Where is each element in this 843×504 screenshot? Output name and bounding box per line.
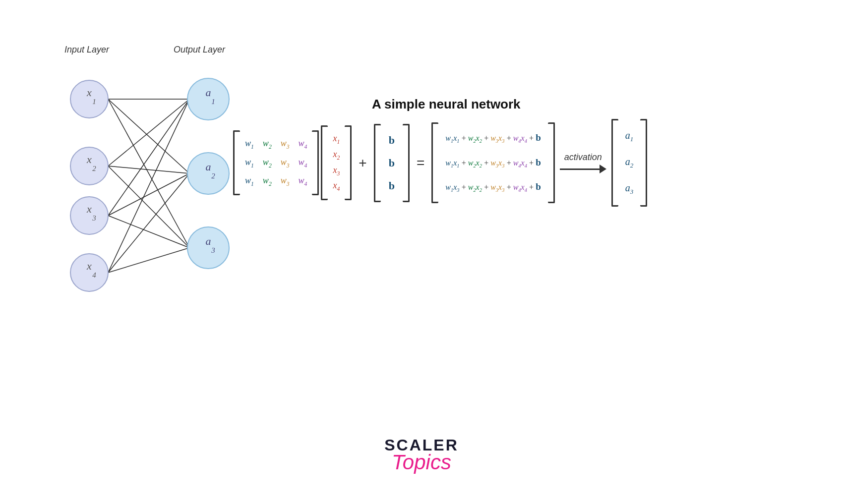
arrow-head bbox=[600, 165, 606, 173]
svg-point-30 bbox=[187, 227, 229, 269]
input-vector: x1 x2 x3 x4 bbox=[321, 125, 352, 200]
arrow-shaft bbox=[560, 168, 600, 170]
svg-text:x: x bbox=[86, 153, 92, 166]
branding: SCALER Topics bbox=[384, 436, 459, 474]
activation-label: activation bbox=[564, 152, 602, 163]
svg-line-10 bbox=[108, 173, 189, 273]
network-svg: x 1 x 2 x 3 x 4 a 1 a 2 a 3 bbox=[30, 59, 258, 322]
svg-line-8 bbox=[108, 216, 189, 248]
weight-matrix: w1 w2 w3 w4 w1 w2 w3 w4 w1 w2 w3 w4 bbox=[233, 130, 319, 195]
result-row-2: w1x1 + w2x2 + w3x3 + w4x4 + b bbox=[445, 156, 541, 170]
svg-line-9 bbox=[108, 99, 189, 273]
svg-line-7 bbox=[108, 173, 189, 216]
svg-text:a: a bbox=[206, 86, 211, 99]
svg-text:2: 2 bbox=[211, 172, 215, 180]
svg-text:4: 4 bbox=[92, 271, 96, 279]
result-row-1: w1x1 + w2x2 + w3x3 + w4x4 + b bbox=[445, 131, 541, 145]
activation-arrow-area: activation bbox=[560, 152, 606, 173]
svg-line-3 bbox=[108, 99, 189, 166]
brand-topics-text: Topics bbox=[392, 450, 451, 474]
equals-operator: = bbox=[417, 155, 424, 171]
result-vector: w1x1 + w2x2 + w3x3 + w4x4 + b w1x1 + w2x… bbox=[431, 122, 554, 203]
weight-row-2: w1 w2 w3 w4 bbox=[245, 157, 307, 169]
svg-line-6 bbox=[108, 99, 189, 216]
output-vector: a1 a2 a3 bbox=[611, 119, 648, 207]
svg-text:x: x bbox=[86, 260, 92, 272]
plus-operator: + bbox=[359, 155, 366, 171]
svg-point-27 bbox=[187, 153, 229, 194]
svg-text:1: 1 bbox=[92, 98, 96, 106]
result-row-3: w1x3 + w2x2 + w3x3 + w4x4 + b bbox=[445, 180, 541, 194]
svg-text:3: 3 bbox=[211, 246, 215, 254]
bias-vector: b b b bbox=[374, 124, 410, 202]
svg-line-5 bbox=[108, 166, 189, 248]
svg-line-4 bbox=[108, 166, 189, 173]
svg-line-2 bbox=[108, 99, 189, 248]
input-layer-label: Input Layer bbox=[64, 45, 109, 55]
main-container: A simple neural network Input Layer Outp… bbox=[0, 0, 843, 504]
equation-area: w1 w2 w3 w4 w1 w2 w3 w4 w1 w2 w3 w4 bbox=[233, 119, 647, 207]
svg-text:1: 1 bbox=[211, 98, 215, 106]
weight-row-3: w1 w2 w3 w4 bbox=[245, 175, 307, 187]
svg-text:a: a bbox=[206, 161, 211, 173]
arrow-line bbox=[560, 165, 606, 173]
svg-point-24 bbox=[187, 78, 229, 120]
neural-network-diagram: Input Layer Output Layer bbox=[30, 45, 258, 322]
output-layer-label: Output Layer bbox=[174, 45, 225, 55]
svg-text:x: x bbox=[86, 86, 92, 99]
svg-line-11 bbox=[108, 248, 189, 273]
weight-row-1: w1 w2 w3 w4 bbox=[245, 138, 307, 150]
svg-text:2: 2 bbox=[92, 165, 96, 172]
page-title: A simple neural network bbox=[372, 97, 521, 112]
svg-text:x: x bbox=[86, 203, 92, 215]
svg-text:a: a bbox=[206, 235, 211, 247]
svg-text:3: 3 bbox=[92, 214, 96, 222]
svg-line-1 bbox=[108, 99, 189, 173]
